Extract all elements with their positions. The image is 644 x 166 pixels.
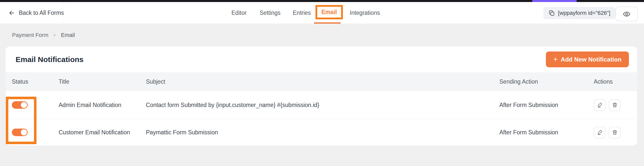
breadcrumb-current: Email: [61, 32, 75, 38]
breadcrumb: Payment Form Email: [12, 24, 75, 46]
tab-editor[interactable]: Editor: [231, 2, 247, 24]
status-cell: [12, 119, 28, 146]
tab-entries-label: Entries: [293, 10, 311, 16]
subject-cell: Contact form Submitted by {input.custome…: [146, 91, 319, 119]
arrow-left-icon: [8, 10, 15, 16]
status-cell: [12, 91, 28, 119]
edit-pencil-icon: [597, 102, 603, 108]
sending-action-cell: After Form Submission: [499, 119, 558, 146]
chevron-right-icon: [53, 33, 57, 37]
edit-button[interactable]: [594, 99, 606, 111]
edit-pencil-icon: [597, 129, 603, 135]
eye-icon: [623, 10, 631, 18]
title-cell: Customer Email Notification: [59, 119, 130, 146]
table-header-row: Status Title Subject Sending Action Acti…: [6, 72, 637, 91]
column-header-status: Status: [12, 72, 28, 91]
copy-icon: [548, 10, 555, 16]
card-header: Email Notifications + Add New Notificati…: [6, 46, 637, 72]
top-bar: Back to All Forms Editor Settings Entrie…: [0, 2, 644, 24]
email-notifications-card: Email Notifications + Add New Notificati…: [6, 46, 637, 146]
table-row: Customer Email Notification Paymattic Fo…: [6, 119, 637, 146]
sending-action-cell: After Form Submission: [499, 91, 558, 119]
column-header-subject: Subject: [146, 72, 165, 91]
active-tab-underline: [314, 22, 341, 24]
subject-cell: Paymattic Form Submission: [146, 119, 218, 146]
tab-settings-label: Settings: [260, 10, 280, 16]
edit-button[interactable]: [594, 127, 606, 138]
toggle-knob: [21, 102, 27, 108]
delete-button[interactable]: [609, 99, 621, 111]
column-header-actions: Actions: [594, 72, 613, 91]
tab-integrations[interactable]: Integrations: [350, 2, 380, 24]
add-button-label: Add New Notification: [561, 56, 621, 63]
topbar-divider: [64, 2, 64, 24]
title-cell: Admin Email Notification: [59, 91, 121, 119]
breadcrumb-form-name[interactable]: Payment Form: [12, 32, 48, 38]
tab-settings[interactable]: Settings: [260, 2, 280, 24]
plus-icon: +: [553, 56, 558, 63]
page-title: Email Notifications: [16, 46, 84, 72]
column-header-title: Title: [59, 72, 69, 91]
trash-icon: [612, 102, 618, 108]
add-new-notification-button[interactable]: + Add New Notification: [546, 51, 629, 67]
tab-email[interactable]: Email: [315, 5, 343, 19]
tab-entries[interactable]: Entries: [293, 2, 311, 24]
tab-email-label: Email: [321, 9, 337, 16]
shortcode-copy-button[interactable]: [wppayform id="626"]: [543, 7, 615, 19]
delete-button[interactable]: [609, 127, 621, 138]
status-toggle[interactable]: [12, 129, 28, 136]
preview-button[interactable]: [615, 7, 638, 21]
column-header-sending-action: Sending Action: [499, 72, 538, 91]
actions-cell: [594, 119, 621, 146]
shortcode-text: [wppayform id="626"]: [558, 10, 610, 16]
top-strip-purple-segment: [532, 0, 577, 2]
back-to-all-forms-button[interactable]: Back to All Forms: [8, 2, 64, 24]
trash-icon: [612, 129, 618, 135]
actions-cell: [594, 91, 621, 119]
tab-integrations-label: Integrations: [350, 10, 380, 16]
table-row: Admin Email Notification Contact form Su…: [6, 91, 637, 119]
back-button-label: Back to All Forms: [19, 10, 64, 16]
tab-editor-label: Editor: [231, 10, 247, 16]
window-top-strip: [0, 0, 644, 2]
toggle-knob: [21, 129, 27, 135]
paymattic-email-settings-screen: Back to All Forms Editor Settings Entrie…: [0, 0, 644, 166]
status-toggle[interactable]: [12, 101, 28, 109]
